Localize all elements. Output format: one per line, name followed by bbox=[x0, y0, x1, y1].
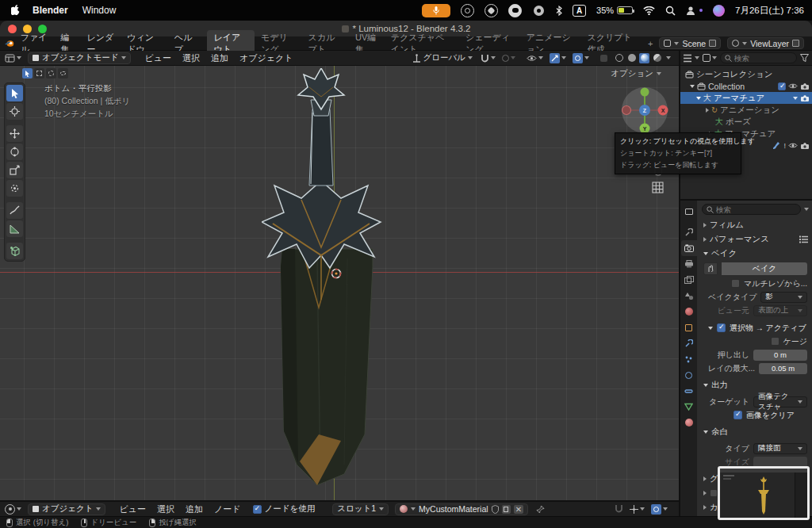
user-switch-icon[interactable] bbox=[686, 6, 703, 16]
panel-margin[interactable]: 余白 bbox=[697, 425, 812, 439]
preset-icon[interactable] bbox=[799, 235, 809, 243]
vp-menu-object[interactable]: オブジェクト bbox=[234, 52, 299, 64]
outliner-editor-dropdown[interactable] bbox=[684, 54, 699, 63]
mode-dropdown[interactable]: オブジェクトモード bbox=[28, 52, 131, 64]
lowpoly-camera-icon[interactable] bbox=[800, 142, 810, 150]
tab-material[interactable] bbox=[681, 415, 697, 430]
shader-menu-add[interactable]: 追加 bbox=[180, 503, 209, 515]
tool-move[interactable] bbox=[6, 125, 23, 142]
tweak-mode-button[interactable] bbox=[22, 68, 33, 78]
properties-editor-dropdown[interactable] bbox=[681, 204, 697, 220]
mic-status-button[interactable] bbox=[422, 4, 450, 17]
transform-orientation-dropdown[interactable]: グローバル bbox=[412, 52, 473, 63]
siri-icon[interactable] bbox=[713, 5, 725, 17]
unlink-material-icon[interactable]: ✕ bbox=[514, 505, 523, 514]
tool-measure[interactable] bbox=[6, 220, 23, 237]
tab-object[interactable] bbox=[681, 319, 697, 335]
panel-performance[interactable]: パフォーマンス bbox=[697, 232, 812, 247]
panel-film[interactable]: フィルム bbox=[697, 218, 812, 232]
tool-transform[interactable] bbox=[6, 180, 23, 197]
cage-checkbox[interactable] bbox=[771, 337, 779, 346]
vp-menu-select[interactable]: 選択 bbox=[177, 52, 205, 64]
tab-physics[interactable] bbox=[681, 367, 697, 383]
tool-select-box[interactable] bbox=[6, 85, 23, 101]
xray-toggle[interactable] bbox=[599, 53, 609, 63]
freestyle-checkbox[interactable] bbox=[710, 489, 718, 497]
app-menu-icon[interactable] bbox=[485, 4, 498, 17]
shading-solid-button[interactable] bbox=[626, 53, 637, 63]
select-box-mode-button[interactable] bbox=[34, 68, 44, 78]
panel-output[interactable]: 出力 bbox=[697, 378, 812, 392]
tool-add-primitive[interactable] bbox=[6, 243, 23, 259]
bluetooth-icon[interactable] bbox=[556, 6, 562, 16]
gizmos-toggle-dropdown[interactable] bbox=[550, 53, 566, 63]
shading-material-button[interactable] bbox=[639, 53, 649, 63]
bake-button[interactable]: ベイク bbox=[722, 262, 807, 275]
tab-particles[interactable] bbox=[681, 351, 697, 367]
tab-render[interactable] bbox=[681, 240, 697, 256]
scene-selector[interactable]: Scene bbox=[659, 37, 721, 49]
shader-snap-dropdown[interactable] bbox=[630, 505, 645, 514]
slot-dropdown[interactable]: スロット1 bbox=[332, 503, 389, 515]
shader-menu-node[interactable]: ノード bbox=[209, 503, 247, 515]
tab-viewlayer[interactable] bbox=[681, 272, 697, 288]
arc-menu-icon[interactable] bbox=[532, 4, 546, 17]
viewlayer-selector[interactable]: ViewLayer bbox=[727, 37, 804, 49]
tab-data[interactable] bbox=[681, 399, 697, 415]
use-nodes-checkbox[interactable] bbox=[253, 505, 262, 514]
select-circle-mode-button[interactable] bbox=[46, 68, 56, 78]
armature-expand-icon[interactable] bbox=[793, 97, 798, 100]
screen-share-preview[interactable] bbox=[718, 466, 810, 520]
macos-clock[interactable]: 7月26日(土) 7:36 bbox=[735, 5, 804, 17]
margin-type-dropdown[interactable]: 隣接面 bbox=[753, 443, 807, 454]
collection-camera-icon[interactable] bbox=[800, 82, 810, 90]
sel-to-active-expand[interactable] bbox=[708, 327, 713, 330]
select-lasso-mode-button[interactable] bbox=[58, 68, 68, 78]
tool-scale[interactable] bbox=[6, 162, 23, 178]
tool-cursor[interactable] bbox=[6, 103, 23, 120]
tool-rotate[interactable] bbox=[6, 143, 23, 160]
wifi-icon[interactable] bbox=[643, 6, 655, 15]
properties-search[interactable] bbox=[702, 204, 801, 215]
new-material-icon[interactable] bbox=[502, 505, 511, 514]
properties-search-input[interactable] bbox=[716, 205, 765, 214]
navigation-gizmo[interactable]: X Y Z bbox=[620, 85, 669, 136]
extrusion-field[interactable]: 0 m bbox=[753, 350, 807, 361]
shader-menu-select[interactable]: 選択 bbox=[151, 503, 180, 515]
shading-rendered-button[interactable] bbox=[652, 53, 662, 63]
fake-user-shield-icon[interactable] bbox=[492, 505, 499, 514]
outliner-row-animation[interactable]: ↻ アニメーション bbox=[680, 104, 812, 116]
ortho-toggle-icon[interactable] bbox=[652, 182, 664, 193]
tab-output[interactable] bbox=[681, 256, 697, 272]
shader-menu-view[interactable]: ビュー bbox=[113, 503, 151, 515]
line-menu-icon[interactable] bbox=[508, 4, 522, 17]
snap-dropdown[interactable] bbox=[481, 54, 496, 63]
clear-image-checkbox[interactable] bbox=[733, 411, 742, 419]
bake-pointer-icon[interactable] bbox=[703, 262, 718, 275]
workspace-tab-add[interactable]: + bbox=[642, 37, 659, 50]
macos-app-menu[interactable]: Blender bbox=[33, 5, 68, 16]
tab-scene[interactable] bbox=[681, 288, 697, 304]
outliner-row-armature[interactable]: 大 アーマチュア bbox=[680, 92, 812, 104]
options-dropdown[interactable]: オプション bbox=[611, 68, 661, 79]
target-dropdown[interactable]: 画像テクスチャ bbox=[753, 396, 807, 407]
max-ray-field[interactable]: 0.05 m bbox=[759, 363, 807, 374]
shader-magnet-icon[interactable] bbox=[615, 502, 623, 516]
outliner-search[interactable] bbox=[720, 52, 797, 63]
outliner-display-dropdown[interactable] bbox=[703, 54, 717, 62]
vp-menu-add[interactable]: 追加 bbox=[205, 52, 234, 64]
selected-to-active-checkbox[interactable] bbox=[717, 323, 726, 332]
shading-wireframe-button[interactable] bbox=[614, 53, 624, 63]
outliner-search-input[interactable] bbox=[734, 54, 783, 63]
collection-eye-icon[interactable] bbox=[788, 82, 798, 90]
filter-funnel-icon[interactable] bbox=[800, 54, 809, 62]
editor-type-dropdown[interactable] bbox=[5, 54, 21, 63]
new-viewlayer-icon[interactable] bbox=[792, 40, 799, 47]
material-selector[interactable]: MyCustomMaterial ✕ bbox=[395, 503, 528, 515]
battery-indicator[interactable]: 35% bbox=[596, 6, 633, 15]
tab-modifier[interactable] bbox=[681, 335, 697, 351]
collection-checkbox[interactable] bbox=[778, 82, 786, 90]
shader-editor-type-dropdown[interactable] bbox=[5, 504, 21, 515]
new-scene-icon[interactable] bbox=[709, 40, 716, 47]
outliner-row-collection[interactable]: Collection bbox=[680, 80, 812, 92]
